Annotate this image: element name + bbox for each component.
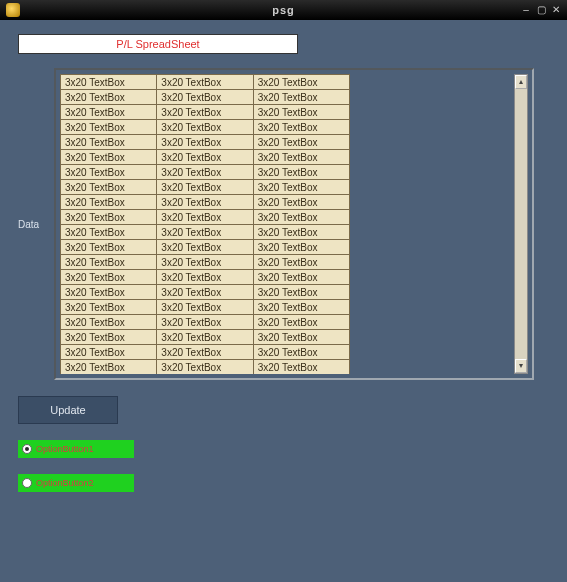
cell-input[interactable] [161,92,248,103]
cell[interactable] [157,135,253,150]
cell[interactable] [157,180,253,195]
cell-input[interactable] [161,257,248,268]
cell[interactable] [253,120,349,135]
cell-input[interactable] [65,182,152,193]
cell-input[interactable] [65,257,152,268]
cell[interactable] [61,300,157,315]
cell-input[interactable] [65,242,152,253]
close-button[interactable]: ✕ [551,5,561,15]
cell[interactable] [157,255,253,270]
cell-input[interactable] [65,212,152,223]
cell-input[interactable] [161,77,248,88]
cell[interactable] [157,360,253,375]
cell-input[interactable] [258,287,345,298]
cell[interactable] [253,255,349,270]
cell-input[interactable] [65,152,152,163]
cell-input[interactable] [258,197,345,208]
vertical-scrollbar[interactable]: ▴ ▾ [514,74,528,374]
cell[interactable] [253,135,349,150]
cell-input[interactable] [65,302,152,313]
cell[interactable] [253,180,349,195]
cell-input[interactable] [258,332,345,343]
cell[interactable] [157,345,253,360]
cell-input[interactable] [161,122,248,133]
option-button-2[interactable]: OptionButton2 [18,474,134,492]
cell[interactable] [253,360,349,375]
cell-input[interactable] [161,197,248,208]
cell-input[interactable] [161,242,248,253]
cell-input[interactable] [161,302,248,313]
cell-input[interactable] [258,122,345,133]
cell[interactable] [157,300,253,315]
cell-input[interactable] [65,287,152,298]
cell[interactable] [253,105,349,120]
cell-input[interactable] [161,362,248,373]
cell[interactable] [157,105,253,120]
cell[interactable] [157,75,253,90]
cell[interactable] [61,270,157,285]
cell[interactable] [61,180,157,195]
cell[interactable] [61,240,157,255]
cell[interactable] [157,285,253,300]
cell-input[interactable] [258,182,345,193]
cell[interactable] [61,330,157,345]
cell[interactable] [61,75,157,90]
cell[interactable] [253,270,349,285]
cell-input[interactable] [258,347,345,358]
cell-input[interactable] [258,257,345,268]
cell-input[interactable] [161,287,248,298]
cell[interactable] [253,285,349,300]
cell[interactable] [61,255,157,270]
cell[interactable] [253,75,349,90]
cell[interactable] [61,225,157,240]
cell-input[interactable] [65,227,152,238]
cell-input[interactable] [258,272,345,283]
cell[interactable] [61,90,157,105]
option-button-1[interactable]: OptionButton1 [18,440,134,458]
cell-input[interactable] [161,107,248,118]
cell[interactable] [253,195,349,210]
cell[interactable] [61,360,157,375]
cell[interactable] [61,105,157,120]
cell-input[interactable] [258,107,345,118]
cell[interactable] [157,210,253,225]
cell-input[interactable] [65,362,152,373]
minimize-button[interactable]: – [521,5,531,15]
cell-input[interactable] [258,302,345,313]
cell-input[interactable] [65,272,152,283]
cell-input[interactable] [161,227,248,238]
cell[interactable] [253,210,349,225]
cell-input[interactable] [161,332,248,343]
cell[interactable] [253,315,349,330]
cell[interactable] [253,330,349,345]
header-input[interactable]: P/L SpreadSheet [18,34,298,54]
cell[interactable] [253,90,349,105]
cell-input[interactable] [161,272,248,283]
cell-input[interactable] [258,212,345,223]
cell[interactable] [61,285,157,300]
scroll-up-button[interactable]: ▴ [515,75,527,89]
cell-input[interactable] [65,167,152,178]
cell[interactable] [253,240,349,255]
cell[interactable] [157,120,253,135]
cell[interactable] [61,315,157,330]
cell-input[interactable] [65,122,152,133]
maximize-button[interactable]: ▢ [536,5,546,15]
cell-input[interactable] [65,77,152,88]
cell-input[interactable] [161,152,248,163]
cell-input[interactable] [258,152,345,163]
cell-input[interactable] [161,182,248,193]
cell[interactable] [157,315,253,330]
cell-input[interactable] [161,137,248,148]
cell-input[interactable] [258,317,345,328]
cell[interactable] [253,225,349,240]
cell[interactable] [61,345,157,360]
cell[interactable] [157,150,253,165]
spreadsheet-scroll[interactable] [60,74,514,374]
cell[interactable] [157,165,253,180]
cell[interactable] [253,150,349,165]
cell[interactable] [61,120,157,135]
cell[interactable] [61,165,157,180]
cell[interactable] [157,225,253,240]
cell-input[interactable] [161,347,248,358]
